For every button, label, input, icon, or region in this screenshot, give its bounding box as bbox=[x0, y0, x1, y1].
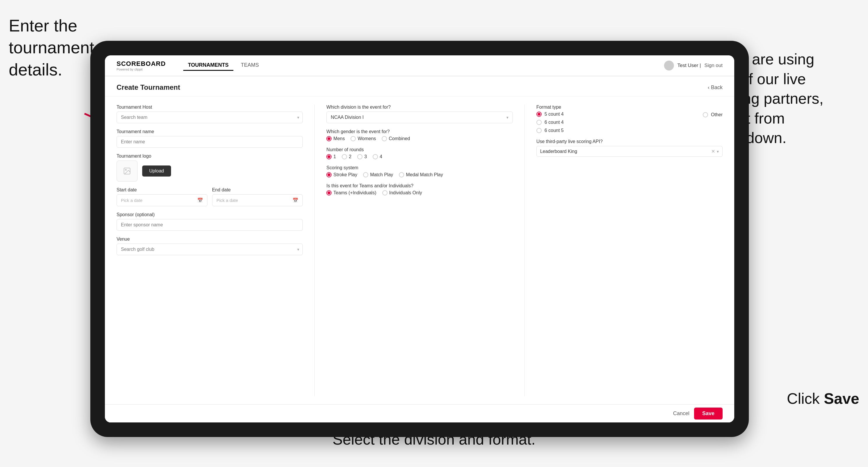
gender-womens-radio[interactable] bbox=[350, 136, 356, 141]
logo-area: Upload bbox=[117, 160, 303, 182]
scoring-medal[interactable]: Medal Match Play bbox=[399, 172, 443, 178]
scoring-medal-label: Medal Match Play bbox=[406, 172, 443, 178]
rounds-3-radio[interactable] bbox=[357, 154, 363, 159]
form-columns: Tournament Host ▾ Tournament name Tourna… bbox=[105, 96, 734, 404]
event-teams-radio[interactable] bbox=[326, 190, 332, 195]
format-left-options: 5 count 4 6 count 4 6 count 5 bbox=[536, 112, 697, 133]
nav-tabs: TOURNAMENTS TEAMS bbox=[183, 60, 264, 71]
scoring-match[interactable]: Match Play bbox=[363, 172, 393, 178]
gender-field: Which gender is the event for? Mens Wome… bbox=[326, 129, 513, 141]
format-6count5[interactable]: 6 count 5 bbox=[536, 128, 697, 133]
format-label: Format type bbox=[536, 104, 723, 110]
gender-label: Which gender is the event for? bbox=[326, 129, 513, 134]
format-6count4-radio[interactable] bbox=[536, 120, 542, 125]
calendar-icon-start: 📅 bbox=[197, 197, 203, 203]
end-date-placeholder: Pick a date bbox=[216, 198, 238, 203]
col-right: Format type 5 count 4 bbox=[536, 104, 723, 396]
sign-out-link[interactable]: Sign out bbox=[705, 63, 723, 68]
gender-womens[interactable]: Womens bbox=[350, 136, 376, 141]
format-6count5-radio[interactable] bbox=[536, 128, 542, 133]
live-scoring-label: Use third-party live scoring API? bbox=[536, 139, 723, 144]
tab-teams[interactable]: TEAMS bbox=[236, 60, 264, 71]
upload-button[interactable]: Upload bbox=[142, 165, 171, 177]
scoring-stroke-radio[interactable] bbox=[326, 172, 332, 178]
live-scoring-clear[interactable]: ✕ ▾ bbox=[711, 149, 719, 154]
scoring-match-label: Match Play bbox=[370, 172, 393, 178]
annotation-bottom-right: Click Save bbox=[787, 389, 859, 409]
venue-input[interactable] bbox=[117, 244, 303, 255]
gender-mens-label: Mens bbox=[333, 136, 345, 141]
format-6count4[interactable]: 6 count 4 bbox=[536, 120, 697, 125]
start-date-field: Start date Pick a date 📅 bbox=[117, 187, 208, 206]
event-individuals[interactable]: Individuals Only bbox=[382, 190, 422, 195]
format-other-radio[interactable] bbox=[703, 112, 708, 117]
rounds-1-radio[interactable] bbox=[326, 154, 332, 159]
end-date-label: End date bbox=[212, 187, 303, 193]
scoring-stroke[interactable]: Stroke Play bbox=[326, 172, 357, 178]
rounds-2-radio[interactable] bbox=[342, 154, 347, 159]
rounds-1-label: 1 bbox=[333, 154, 336, 159]
venue-input-wrapper: ▾ bbox=[117, 244, 303, 255]
brand: SCOREBOARD Powered by clippit bbox=[117, 60, 166, 71]
col-left: Tournament Host ▾ Tournament name Tourna… bbox=[117, 104, 303, 396]
rounds-4[interactable]: 4 bbox=[373, 154, 382, 159]
host-input[interactable] bbox=[117, 112, 303, 123]
format-5count4-radio[interactable] bbox=[536, 112, 542, 117]
cancel-button[interactable]: Cancel bbox=[673, 410, 689, 416]
format-field: Format type 5 count 4 bbox=[536, 104, 723, 133]
format-6count5-label: 6 count 5 bbox=[545, 128, 564, 133]
end-date-field: End date Pick a date 📅 bbox=[212, 187, 303, 206]
rounds-label: Number of rounds bbox=[326, 147, 513, 152]
sponsor-field: Sponsor (optional) bbox=[117, 212, 303, 231]
rounds-2[interactable]: 2 bbox=[342, 154, 351, 159]
clear-icon[interactable]: ✕ bbox=[711, 149, 715, 154]
scoring-match-radio[interactable] bbox=[363, 172, 368, 178]
gender-radio-group: Mens Womens Combined bbox=[326, 136, 513, 141]
host-label: Tournament Host bbox=[117, 104, 303, 110]
rounds-4-label: 4 bbox=[380, 154, 382, 159]
gender-mens-radio[interactable] bbox=[326, 136, 332, 141]
division-select[interactable]: NCAA Division I ▾ bbox=[326, 112, 513, 123]
gender-combined[interactable]: Combined bbox=[382, 136, 410, 141]
event-individuals-label: Individuals Only bbox=[389, 190, 422, 195]
form-footer: Cancel Save bbox=[105, 404, 734, 423]
form-header: Create Tournament ‹ Back bbox=[105, 76, 734, 96]
scoring-stroke-label: Stroke Play bbox=[333, 172, 357, 178]
tournament-name-field: Tournament name bbox=[117, 129, 303, 148]
tab-tournaments[interactable]: TOURNAMENTS bbox=[183, 60, 234, 71]
tablet-device: SCOREBOARD Powered by clippit TOURNAMENT… bbox=[90, 41, 749, 437]
live-scoring-arrow-icon: ▾ bbox=[717, 149, 719, 154]
rounds-radio-group: 1 2 3 4 bbox=[326, 154, 513, 159]
gender-mens[interactable]: Mens bbox=[326, 136, 345, 141]
division-arrow-icon: ▾ bbox=[506, 115, 508, 120]
live-scoring-select[interactable]: Leaderboard King ✕ ▾ bbox=[536, 146, 723, 157]
rounds-1[interactable]: 1 bbox=[326, 154, 336, 159]
logo-field: Tournament logo Upload bbox=[117, 154, 303, 182]
gender-combined-radio[interactable] bbox=[382, 136, 387, 141]
event-teams[interactable]: Teams (+Individuals) bbox=[326, 190, 376, 195]
format-other[interactable]: Other bbox=[703, 112, 723, 117]
sponsor-label: Sponsor (optional) bbox=[117, 212, 303, 217]
venue-label: Venue bbox=[117, 237, 303, 242]
rounds-3[interactable]: 3 bbox=[357, 154, 367, 159]
start-date-input[interactable]: Pick a date 📅 bbox=[117, 194, 208, 206]
scoring-medal-radio[interactable] bbox=[399, 172, 404, 178]
event-individuals-radio[interactable] bbox=[382, 190, 388, 195]
divider-1 bbox=[314, 104, 315, 396]
rounds-4-radio[interactable] bbox=[373, 154, 378, 159]
scoring-radio-group: Stroke Play Match Play Medal Match Play bbox=[326, 172, 513, 178]
division-label: Which division is the event for? bbox=[326, 104, 513, 110]
save-button[interactable]: Save bbox=[694, 408, 723, 419]
sponsor-input[interactable] bbox=[117, 219, 303, 231]
name-input[interactable] bbox=[117, 136, 303, 148]
live-scoring-value: Leaderboard King bbox=[540, 149, 577, 154]
host-field: Tournament Host ▾ bbox=[117, 104, 303, 123]
col-middle: Which division is the event for? NCAA Di… bbox=[326, 104, 513, 396]
end-date-input[interactable]: Pick a date 📅 bbox=[212, 194, 303, 206]
back-link[interactable]: ‹ Back bbox=[708, 85, 723, 91]
event-type-radio-group: Teams (+Individuals) Individuals Only bbox=[326, 190, 513, 195]
division-field: Which division is the event for? NCAA Di… bbox=[326, 104, 513, 123]
format-5count4-label: 5 count 4 bbox=[545, 112, 564, 117]
date-row: Start date Pick a date 📅 End date Pick a… bbox=[117, 187, 303, 206]
format-5count4[interactable]: 5 count 4 bbox=[536, 112, 697, 117]
